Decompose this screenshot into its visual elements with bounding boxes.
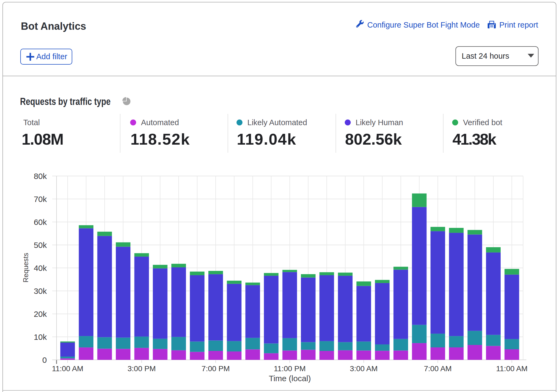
svg-text:70k: 70k <box>34 195 47 204</box>
svg-text:60k: 60k <box>34 218 47 227</box>
svg-text:7:00 PM: 7:00 PM <box>202 364 230 373</box>
svg-text:Time (local): Time (local) <box>269 374 311 383</box>
svg-text:10k: 10k <box>34 333 47 341</box>
svg-text:3:00 AM: 3:00 AM <box>350 364 378 373</box>
svg-text:11:00 AM: 11:00 AM <box>52 364 83 373</box>
svg-text:80k: 80k <box>34 172 47 181</box>
svg-text:30k: 30k <box>34 287 47 295</box>
svg-text:20k: 20k <box>34 310 47 318</box>
svg-text:3:00 PM: 3:00 PM <box>127 364 156 373</box>
svg-text:11:00 PM: 11:00 PM <box>274 364 306 373</box>
svg-text:11:00 AM: 11:00 AM <box>496 364 527 373</box>
svg-text:40k: 40k <box>34 264 47 273</box>
svg-text:7:00 AM: 7:00 AM <box>424 364 452 373</box>
svg-text:0: 0 <box>42 356 47 364</box>
svg-text:50k: 50k <box>34 241 47 250</box>
svg-text:Requests: Requests <box>22 253 30 283</box>
